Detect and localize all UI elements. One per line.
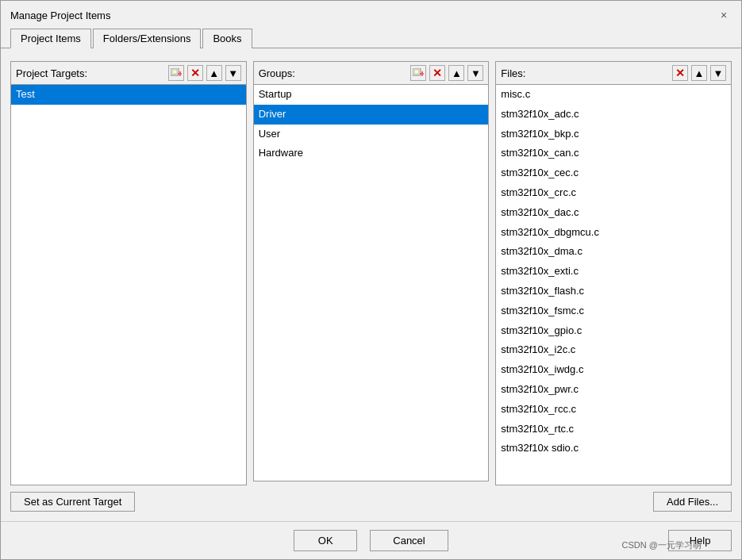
content-area: Project Targets: ✕ ▲ — [1, 48, 741, 521]
set-current-target-container: Set as Current Target — [10, 485, 247, 515]
groups-delete-btn[interactable]: ✕ — [429, 65, 445, 81]
delete-icon: ✕ — [675, 67, 685, 79]
cancel-button[interactable]: Cancel — [370, 530, 448, 551]
tab-books[interactable]: Books — [202, 29, 252, 48]
project-targets-list[interactable]: Test — [10, 84, 247, 485]
file-item[interactable]: stm32f10x_adc.c — [496, 105, 731, 125]
files-up-btn[interactable]: ▲ — [691, 65, 707, 81]
file-item[interactable]: stm32f10x_can.c — [496, 144, 731, 163]
tab-project-items[interactable]: Project Items — [10, 29, 91, 48]
project-targets-label: Project Targets: — [16, 67, 165, 79]
file-item[interactable]: stm32f10x_dma.c — [496, 242, 731, 262]
files-panel: Files: ✕ ▲ ▼ misc.cstm32f10x_adc.cstm32f… — [495, 61, 732, 515]
window-title: Manage Project Items — [10, 10, 110, 21]
ok-button[interactable]: OK — [294, 530, 357, 551]
project-targets-panel: Project Targets: ✕ ▲ — [10, 61, 247, 515]
groups-list[interactable]: StartupDriverUserHardware — [253, 84, 490, 481]
file-item[interactable]: misc.c — [496, 85, 731, 105]
groups-up-btn[interactable]: ▲ — [448, 65, 464, 81]
svg-rect-5 — [414, 70, 419, 74]
new-icon — [171, 68, 182, 78]
groups-spacer — [253, 481, 490, 515]
file-item[interactable]: stm32f10x_flash.c — [496, 282, 731, 301]
files-down-btn[interactable]: ▼ — [710, 65, 726, 81]
down-arrow-icon: ▼ — [228, 67, 238, 79]
project-target-item[interactable]: Test — [11, 85, 246, 105]
tab-folders-extensions[interactable]: Folders/Extensions — [93, 29, 202, 48]
files-header: Files: ✕ ▲ ▼ — [495, 61, 732, 84]
delete-icon: ✕ — [433, 67, 442, 79]
file-item[interactable]: stm32f10x_dac.c — [496, 203, 731, 223]
file-item[interactable]: stm32f10x_i2c.c — [496, 340, 731, 360]
file-item[interactable]: stm32f10x sdio.c — [496, 439, 731, 458]
close-button[interactable]: × — [716, 7, 732, 23]
up-arrow-icon: ▲ — [209, 67, 219, 79]
files-delete-btn[interactable]: ✕ — [672, 65, 688, 81]
down-arrow-icon: ▼ — [713, 67, 724, 79]
set-current-target-btn[interactable]: Set as Current Target — [10, 492, 135, 512]
divider-1 — [247, 61, 253, 515]
group-item[interactable]: User — [254, 125, 489, 144]
svg-rect-1 — [172, 70, 177, 74]
file-item[interactable]: stm32f10x_pwr.c — [496, 380, 731, 400]
file-item[interactable]: stm32f10x_rtc.c — [496, 420, 731, 439]
down-arrow-icon: ▼ — [471, 67, 481, 79]
file-item[interactable]: stm32f10x_bkp.c — [496, 125, 731, 144]
divider-2 — [489, 61, 495, 515]
panels-row: Project Targets: ✕ ▲ — [10, 61, 732, 515]
watermark: CSDN @一元学习萌 — [622, 539, 702, 551]
add-files-btn[interactable]: Add Files... — [653, 492, 732, 512]
groups-label: Groups: — [259, 67, 408, 79]
files-list[interactable]: misc.cstm32f10x_adc.cstm32f10x_bkp.cstm3… — [495, 84, 732, 485]
group-item[interactable]: Driver — [254, 105, 489, 125]
files-label: Files: — [501, 67, 669, 79]
group-item[interactable]: Startup — [254, 85, 489, 105]
group-item[interactable]: Hardware — [254, 144, 489, 163]
add-files-container: Add Files... — [495, 485, 732, 515]
title-bar: Manage Project Items × — [1, 1, 741, 28]
project-targets-up-btn[interactable]: ▲ — [206, 65, 222, 81]
file-item[interactable]: stm32f10x_dbgmcu.c — [496, 223, 731, 243]
delete-icon: ✕ — [190, 67, 200, 79]
up-arrow-icon: ▲ — [694, 67, 705, 79]
up-arrow-icon: ▲ — [452, 67, 462, 79]
file-item[interactable]: stm32f10x_crc.c — [496, 183, 731, 203]
tab-bar: Project Items Folders/Extensions Books — [1, 28, 741, 48]
file-item[interactable]: stm32f10x_exti.c — [496, 262, 731, 282]
file-item[interactable]: stm32f10x_gpio.c — [496, 321, 731, 341]
groups-down-btn[interactable]: ▼ — [467, 65, 483, 81]
project-targets-down-btn[interactable]: ▼ — [225, 65, 241, 81]
project-targets-new-btn[interactable] — [168, 65, 184, 81]
file-item[interactable]: stm32f10x_rcc.c — [496, 400, 731, 420]
file-item[interactable]: stm32f10x_cec.c — [496, 163, 731, 183]
file-item[interactable]: stm32f10x_fsmc.c — [496, 301, 731, 321]
groups-new-btn[interactable] — [410, 65, 426, 81]
groups-panel: Groups: ✕ ▲ — [253, 61, 490, 515]
project-targets-header: Project Targets: ✕ ▲ — [10, 61, 247, 84]
groups-header: Groups: ✕ ▲ — [253, 61, 490, 84]
new-icon — [413, 68, 424, 78]
footer: OK Cancel Help CSDN @一元学习萌 — [1, 521, 741, 559]
project-targets-delete-btn[interactable]: ✕ — [187, 65, 203, 81]
file-item[interactable]: stm32f10x_iwdg.c — [496, 360, 731, 380]
manage-project-items-window: Manage Project Items × Project Items Fol… — [0, 0, 742, 560]
